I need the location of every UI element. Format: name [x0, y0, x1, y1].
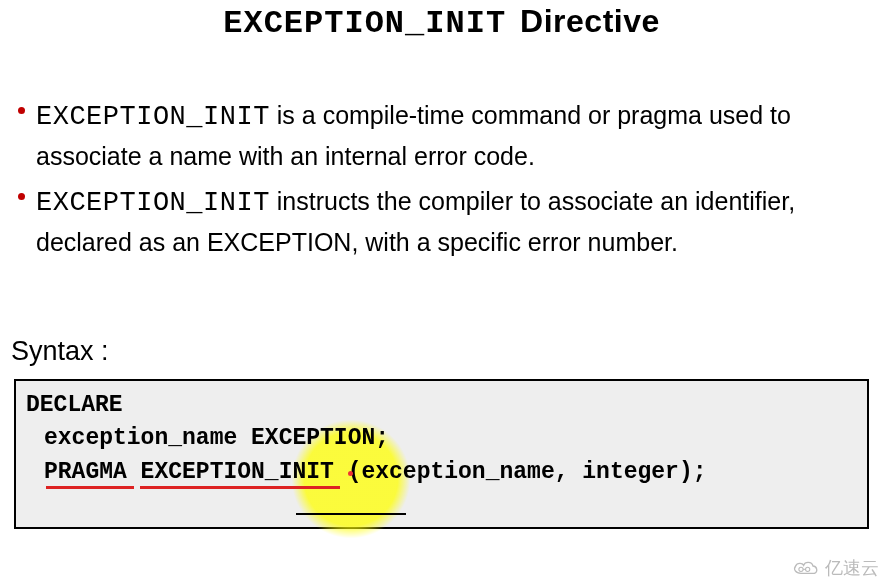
bullet-2: EXCEPTION_INIT instructs the compiler to… — [36, 183, 863, 261]
underline-black-icon — [296, 513, 406, 515]
underline-exception-init-icon — [140, 486, 340, 489]
bullet-2-code: EXCEPTION_INIT — [36, 188, 270, 218]
code-block: DECLARE exception_name EXCEPTION; PRAGMA… — [26, 389, 859, 489]
title-text: Directive — [520, 3, 660, 39]
underline-pragma-icon — [46, 486, 134, 489]
laser-pointer-icon — [348, 471, 353, 476]
watermark: 亿速云 — [789, 556, 879, 580]
watermark-text: 亿速云 — [825, 556, 879, 580]
code-line-3: PRAGMA EXCEPTION_INIT (exception_name, i… — [26, 456, 859, 489]
slide: { "title": { "code_part": "EXCEPTION_INI… — [0, 0, 883, 584]
title-code-keyword: EXCEPTION_INIT — [223, 5, 506, 42]
body-list: EXCEPTION_INIT is a compile-time command… — [36, 97, 863, 261]
syntax-label: Syntax : — [11, 336, 883, 367]
slide-title: EXCEPTION_INITDirective — [0, 0, 883, 42]
svg-point-1 — [806, 567, 810, 571]
bullet-dot-icon — [18, 107, 25, 114]
bullet-1-code: EXCEPTION_INIT — [36, 102, 270, 132]
code-line-1: DECLARE — [26, 389, 859, 422]
svg-point-0 — [799, 567, 803, 571]
code-line-2: exception_name EXCEPTION; — [26, 422, 859, 455]
syntax-code-box: DECLARE exception_name EXCEPTION; PRAGMA… — [14, 379, 869, 529]
bullet-1: EXCEPTION_INIT is a compile-time command… — [36, 97, 863, 175]
bullet-dot-icon — [18, 193, 25, 200]
cloud-logo-icon — [789, 558, 821, 578]
